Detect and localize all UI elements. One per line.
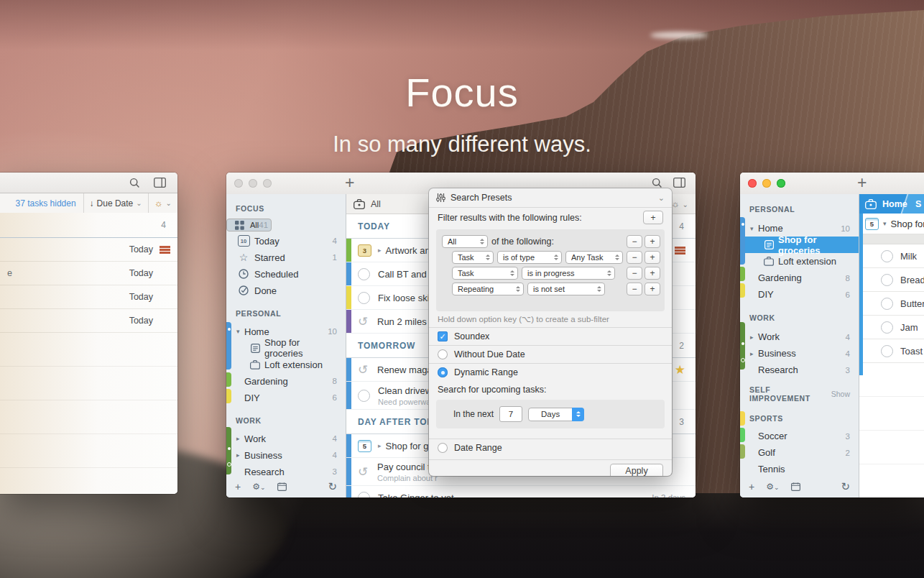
tab-shop[interactable]: S (915, 199, 921, 209)
add-rule-button[interactable]: + (645, 283, 660, 295)
sidebar-item-business[interactable]: ▸ Business 4 (226, 447, 346, 464)
checklist-item[interactable]: Butter (859, 292, 924, 316)
table-row[interactable]: Today (0, 285, 177, 309)
disclosure-right-icon[interactable]: ▸ (750, 334, 758, 341)
add-list-button[interactable]: + (749, 481, 754, 492)
stepper-icon[interactable] (572, 408, 584, 421)
rule-operator-select[interactable]: is of type (497, 251, 562, 264)
visibility-dropdown[interactable]: ☼ ⌄ (149, 198, 177, 208)
sidebar-item-loft-extension[interactable]: Loft extension (226, 357, 346, 373)
sidebar-item-work[interactable]: ▸ Work 4 (226, 431, 346, 447)
checklist-item[interactable]: Toast (859, 339, 924, 363)
remove-rule-button[interactable]: − (627, 251, 642, 264)
sidebar-item-tennis[interactable]: Tennis (740, 461, 859, 477)
radio-icon[interactable] (438, 349, 448, 359)
disclosure-down-icon[interactable]: ▾ (750, 225, 758, 232)
task-row[interactable]: Take Ginger to vet In 2 days (346, 486, 696, 497)
repeat-task-icon[interactable]: ↺ (358, 364, 371, 375)
task-checkbox[interactable] (881, 274, 893, 286)
sync-icon[interactable]: ↻ (841, 480, 850, 493)
task-checkbox[interactable] (358, 492, 370, 498)
minimize-button[interactable] (249, 179, 257, 188)
disclosure-right-icon[interactable]: ▸ (750, 350, 758, 357)
disclosure-right-icon[interactable]: ▸ (236, 435, 244, 442)
table-row[interactable]: Today (0, 238, 177, 262)
add-task-button[interactable]: + (857, 173, 867, 193)
soundex-option[interactable]: ✓ Soundex (429, 327, 672, 345)
add-list-button[interactable]: + (235, 481, 241, 492)
rule-subject-select[interactable]: Task (452, 251, 494, 264)
add-rule-button[interactable]: + (645, 267, 660, 280)
sidebar-item-scheduled[interactable]: Scheduled (226, 266, 346, 283)
match-select[interactable]: All (442, 235, 488, 248)
checklist-title-row[interactable]: 5 ▾ Shop for (859, 214, 924, 234)
sidebar-item-business[interactable]: ▸ Business 4 (740, 345, 859, 362)
sidebar-toggle-icon[interactable] (673, 178, 685, 188)
checklist-item[interactable]: Milk (859, 244, 924, 268)
rule-value-select[interactable]: Any Task (565, 251, 623, 264)
repeat-task-icon[interactable]: ↺ (358, 467, 371, 477)
task-checkbox[interactable] (881, 250, 893, 262)
disclosure-right-icon[interactable]: ▸ (236, 451, 244, 459)
task-checkbox[interactable] (358, 390, 370, 402)
checklist-item[interactable]: Bread (859, 268, 924, 292)
current-list-label[interactable]: All (371, 199, 381, 209)
sidebar-item-today[interactable]: 10 Today 4 (226, 233, 346, 249)
minimize-button[interactable] (762, 179, 771, 188)
upcoming-unit-select[interactable]: Days (528, 408, 584, 421)
sidebar-item-diy[interactable]: DIY 6 (226, 390, 346, 406)
sidebar-item-research[interactable]: Research 3 (740, 362, 859, 378)
rule-operator-select[interactable]: is in progress (522, 267, 615, 280)
task-checkbox[interactable] (881, 321, 893, 334)
zoom-button[interactable] (263, 179, 272, 188)
rule-subject-select[interactable]: Repeating (452, 283, 524, 295)
sidebar-item-shop-for-groceries[interactable]: Shop for groceries (740, 237, 859, 253)
visibility-dropdown[interactable]: ☼ ⌄ (671, 198, 688, 209)
add-rule-button[interactable]: + (645, 251, 660, 264)
calendar-icon[interactable] (791, 482, 800, 491)
sidebar-item-starred[interactable]: ☆ Starred 1 (226, 249, 346, 266)
zoom-button[interactable] (777, 179, 785, 188)
remove-rule-button[interactable]: − (627, 235, 642, 248)
add-task-button[interactable]: + (345, 173, 354, 193)
radio-icon[interactable] (438, 443, 448, 453)
task-checkbox[interactable] (358, 268, 370, 280)
remove-rule-button[interactable]: − (627, 267, 642, 280)
sync-icon[interactable]: ↻ (328, 480, 337, 493)
radio-selected-icon[interactable] (438, 367, 448, 377)
disclosure-right-icon[interactable]: ▸ (378, 442, 382, 449)
upcoming-value-input[interactable] (499, 406, 522, 422)
checkbox-checked-icon[interactable]: ✓ (438, 331, 448, 341)
tasks-hidden-link[interactable]: 37 tasks hidden (16, 198, 76, 208)
task-checkbox[interactable] (881, 298, 893, 310)
sidebar-item-done[interactable]: Done (226, 283, 346, 299)
sidebar-item-work[interactable]: ▸ Work 4 (740, 329, 859, 345)
search-icon[interactable] (652, 178, 662, 188)
disclosure-down-icon[interactable]: ▾ (883, 220, 887, 227)
checklist-item[interactable]: Jam (859, 316, 924, 339)
dynamic-range-option[interactable]: Dynamic Range (429, 363, 672, 381)
repeat-task-icon[interactable]: ↺ (358, 316, 371, 327)
sidebar-toggle-icon[interactable] (154, 178, 166, 188)
remove-rule-button[interactable]: − (627, 283, 642, 295)
sidebar-item-loft-extension[interactable]: Loft extension (740, 253, 859, 270)
sidebar-item-golf[interactable]: Golf 2 (740, 444, 859, 461)
show-link[interactable]: Show (831, 390, 850, 398)
settings-menu-button[interactable]: ⚙⌄ (252, 482, 265, 492)
sidebar-item-gardening[interactable]: Gardening 8 (740, 270, 859, 286)
search-icon[interactable] (129, 178, 140, 188)
sidebar-item-diy[interactable]: DIY 6 (740, 286, 859, 303)
star-icon[interactable]: ★ (675, 362, 685, 377)
settings-menu-button[interactable]: ⚙⌄ (766, 482, 779, 492)
calendar-icon[interactable] (277, 482, 287, 491)
task-checkbox[interactable] (881, 345, 893, 357)
without-due-date-option[interactable]: Without Due Date (429, 345, 672, 363)
sidebar-item-gardening[interactable]: Gardening 8 (226, 373, 346, 390)
sidebar-item-all[interactable]: All 41 (226, 219, 272, 231)
disclosure-down-icon[interactable]: ▾ (236, 328, 244, 335)
sidebar-item-shop-for-groceries[interactable]: Shop for groceries (226, 340, 346, 357)
disclosure-right-icon[interactable]: ▸ (378, 247, 382, 254)
chevron-down-icon[interactable]: ⌄ (658, 193, 665, 203)
tab-home[interactable]: Home (882, 199, 907, 209)
sort-dropdown[interactable]: ↓ Due Date ⌄ (84, 198, 148, 208)
